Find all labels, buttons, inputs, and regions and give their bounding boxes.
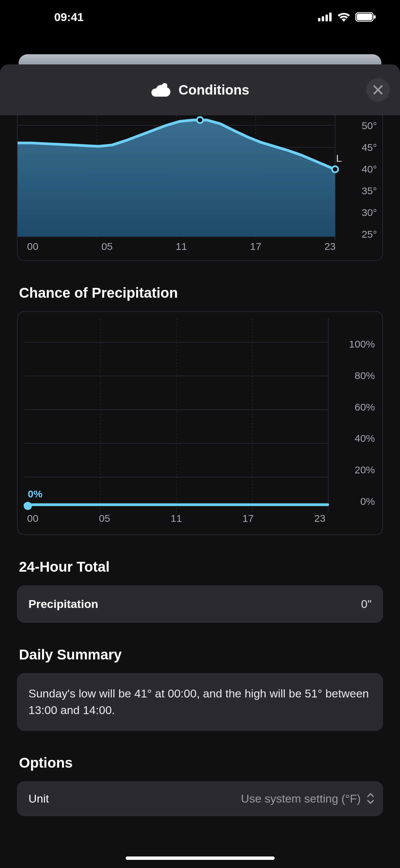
battery-icon xyxy=(355,12,376,22)
home-indicator[interactable] xyxy=(126,856,275,860)
unit-selector[interactable]: Unit Use system setting (°F) xyxy=(17,781,383,816)
summary-title: Daily Summary xyxy=(19,647,383,663)
x-tick: 17 xyxy=(250,241,261,257)
summary-text: Sunday's low will be 41° at 00:00, and t… xyxy=(28,685,372,719)
unit-label: Unit xyxy=(28,792,49,805)
close-icon xyxy=(372,84,384,96)
x-tick: 23 xyxy=(314,513,325,529)
temperature-chart[interactable]: L 50° 45° 40° 35° 30° 25° 00 05 11 17 23 xyxy=(17,115,383,261)
close-button[interactable] xyxy=(366,78,390,102)
y-tick: 60% xyxy=(349,401,375,413)
temperature-y-axis: 50° 45° 40° 35° 30° 25° xyxy=(362,115,377,240)
y-tick: 30° xyxy=(362,207,377,218)
sheet-title-text: Conditions xyxy=(178,82,249,98)
precipitation-chart[interactable]: 0% 100% 80% 60% 40% 20% 0% 00 05 11 17 2… xyxy=(17,311,383,535)
cellular-signal-icon xyxy=(318,13,332,21)
status-bar: 09:41 xyxy=(0,0,400,34)
y-tick: 20% xyxy=(349,464,375,476)
y-tick: 80% xyxy=(349,370,375,381)
total-card: Precipitation 0" xyxy=(17,585,383,623)
sheet-body: L 50° 45° 40° 35° 30° 25° 00 05 11 17 23… xyxy=(0,115,400,868)
x-tick: 05 xyxy=(99,513,110,529)
total-title: 24-Hour Total xyxy=(19,559,383,575)
wifi-icon xyxy=(337,12,351,22)
y-tick: 40° xyxy=(362,163,377,175)
y-tick: 50° xyxy=(362,120,377,132)
svg-point-7 xyxy=(162,83,167,88)
sheet-title: Conditions xyxy=(151,82,249,98)
x-tick: 05 xyxy=(101,241,112,257)
x-tick: 00 xyxy=(27,513,38,529)
cloud-icon xyxy=(151,82,171,97)
y-tick: 25° xyxy=(362,229,377,240)
precipitation-total-row: Precipitation 0" xyxy=(28,597,372,611)
svg-rect-3 xyxy=(329,13,332,21)
y-tick: 100% xyxy=(349,338,375,350)
total-row-value: 0" xyxy=(361,597,372,611)
svg-point-18 xyxy=(197,117,203,123)
precip-current-dot xyxy=(24,502,32,510)
svg-rect-2 xyxy=(325,15,328,21)
y-tick: 40% xyxy=(349,433,375,444)
x-tick: 11 xyxy=(171,513,182,529)
low-marker: L xyxy=(336,153,342,164)
x-tick: 11 xyxy=(176,241,187,257)
y-tick: 0% xyxy=(349,496,375,507)
precipitation-y-axis: 100% 80% 60% 40% 20% 0% xyxy=(349,338,375,507)
svg-rect-0 xyxy=(318,18,320,21)
status-indicators xyxy=(318,12,376,22)
status-time: 09:41 xyxy=(54,11,84,24)
svg-rect-6 xyxy=(374,15,376,19)
x-tick: 23 xyxy=(324,241,336,257)
total-row-label: Precipitation xyxy=(28,597,98,611)
svg-rect-1 xyxy=(322,16,324,21)
x-tick: 00 xyxy=(27,241,38,257)
conditions-sheet: Conditions xyxy=(0,64,400,868)
precipitation-chart-plot xyxy=(18,312,382,534)
precip-title: Chance of Precipitation xyxy=(19,285,383,301)
x-tick: 17 xyxy=(243,513,254,529)
unit-value: Use system setting (°F) xyxy=(241,792,375,805)
y-tick: 35° xyxy=(362,185,377,197)
temperature-x-axis: 00 05 11 17 23 xyxy=(18,241,345,257)
options-title: Options xyxy=(19,755,383,771)
svg-point-19 xyxy=(332,166,338,172)
precip-current-label: 0% xyxy=(28,488,42,500)
chevron-updown-icon xyxy=(366,792,375,805)
precipitation-x-axis: 00 05 11 17 23 xyxy=(18,513,335,529)
summary-card: Sunday's low will be 41° at 00:00, and t… xyxy=(17,673,383,731)
temperature-chart-plot xyxy=(18,115,382,260)
svg-rect-5 xyxy=(357,14,372,20)
y-tick: 45° xyxy=(362,142,377,153)
sheet-header: Conditions xyxy=(0,64,400,115)
unit-value-text: Use system setting (°F) xyxy=(241,792,361,805)
